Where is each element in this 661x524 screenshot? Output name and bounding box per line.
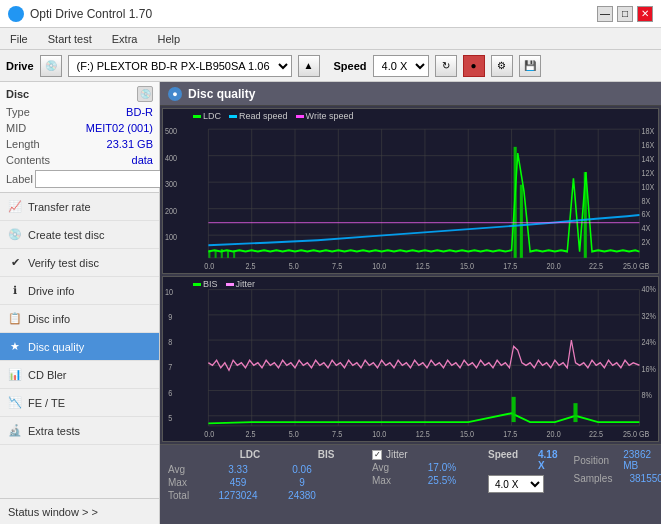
total-ldc: 1273024 xyxy=(208,490,268,501)
svg-rect-93 xyxy=(573,403,577,422)
content-area: ● Disc quality LDC Read speed xyxy=(160,82,661,524)
ldc-dot xyxy=(193,115,201,118)
nav-verify-test-disc[interactable]: ✔ Verify test disc xyxy=(0,249,159,277)
eject-button[interactable]: ▲ xyxy=(298,55,320,77)
svg-text:15.0: 15.0 xyxy=(460,430,474,440)
bis-dot xyxy=(193,283,201,286)
menu-help[interactable]: Help xyxy=(153,32,184,46)
stats-bar: LDC BIS Avg 3.33 0.06 Max 459 9 Total 12… xyxy=(160,444,661,524)
svg-text:17.5: 17.5 xyxy=(503,262,517,272)
speed-select[interactable]: 4.0 X xyxy=(373,55,429,77)
disc-length-label: Length xyxy=(6,136,40,152)
drive-select[interactable]: (F:) PLEXTOR BD-R PX-LB950SA 1.06 xyxy=(68,55,292,77)
speed-label: Speed xyxy=(334,60,367,72)
svg-text:5.0: 5.0 xyxy=(289,262,299,272)
svg-text:4X: 4X xyxy=(642,224,651,234)
svg-text:10.0: 10.0 xyxy=(372,262,386,272)
write-speed-dot xyxy=(296,115,304,118)
position-label: Position xyxy=(573,455,615,466)
chart-ldc: LDC Read speed Write speed xyxy=(162,108,659,274)
nav-disc-quality[interactable]: ★ Disc quality xyxy=(0,333,159,361)
sidebar: Disc 💿 Type BD-R MID MEIT02 (001) Length… xyxy=(0,82,160,524)
nav-verify-test-disc-label: Verify test disc xyxy=(28,257,99,269)
svg-rect-92 xyxy=(512,397,516,422)
disc-label: Disc xyxy=(6,88,29,100)
position-section: Position 23862 MB Samples 381550 xyxy=(565,445,661,524)
refresh-button[interactable]: ↻ xyxy=(435,55,457,77)
disc-mid-row: MID MEIT02 (001) xyxy=(6,120,153,136)
disc-length-row: Length 23.31 GB xyxy=(6,136,153,152)
svg-text:12X: 12X xyxy=(642,168,655,178)
close-button[interactable]: ✕ xyxy=(637,6,653,22)
nav-disc-info[interactable]: 📋 Disc info xyxy=(0,305,159,333)
nav-create-test-disc[interactable]: 💿 Create test disc xyxy=(0,221,159,249)
disc-length-value: 23.31 GB xyxy=(107,136,153,152)
menu-file[interactable]: File xyxy=(6,32,32,46)
extra-tests-icon: 🔬 xyxy=(8,424,22,438)
total-bis: 24380 xyxy=(272,490,332,501)
chart1-legend: LDC Read speed Write speed xyxy=(193,111,353,121)
window-controls: — □ ✕ xyxy=(597,6,653,22)
svg-text:8%: 8% xyxy=(642,390,652,400)
svg-text:300: 300 xyxy=(165,180,177,190)
minimize-button[interactable]: — xyxy=(597,6,613,22)
create-test-disc-icon: 💿 xyxy=(8,228,22,242)
svg-text:6: 6 xyxy=(168,388,172,398)
svg-text:14X: 14X xyxy=(642,154,655,164)
status-window-label: Status window > > xyxy=(8,506,98,518)
nav-disc-info-label: Disc info xyxy=(28,313,70,325)
speed-value: 4.18 X xyxy=(538,449,557,471)
drive-bar: Drive 💿 (F:) PLEXTOR BD-R PX-LB950SA 1.0… xyxy=(0,50,661,82)
maximize-button[interactable]: □ xyxy=(617,6,633,22)
svg-text:18X: 18X xyxy=(642,127,655,137)
legend-jitter: Jitter xyxy=(226,279,256,289)
save-button[interactable]: 💾 xyxy=(519,55,541,77)
legend-bis: BIS xyxy=(193,279,218,289)
menu-start-test[interactable]: Start test xyxy=(44,32,96,46)
read-speed-label: Read speed xyxy=(239,111,288,121)
menu-extra[interactable]: Extra xyxy=(108,32,142,46)
svg-text:7.5: 7.5 xyxy=(332,430,342,440)
avg-ldc: 3.33 xyxy=(208,464,268,475)
drive-icon-button[interactable]: 💿 xyxy=(40,55,62,77)
nav-drive-info[interactable]: ℹ Drive info xyxy=(0,277,159,305)
svg-text:5.0: 5.0 xyxy=(289,430,299,440)
scan-button[interactable]: ● xyxy=(463,55,485,77)
max-row: Max 459 9 xyxy=(168,477,356,488)
nav-fe-te[interactable]: 📉 FE / TE xyxy=(0,389,159,417)
ldc-label: LDC xyxy=(203,111,221,121)
speed-dropdown[interactable]: 4.0 X xyxy=(488,475,544,493)
disc-panel: Disc 💿 Type BD-R MID MEIT02 (001) Length… xyxy=(0,82,159,193)
settings-button[interactable]: ⚙ xyxy=(491,55,513,77)
status-window-item[interactable]: Status window > > xyxy=(0,498,159,524)
disc-label-text: Label xyxy=(6,173,33,185)
main-layout: Disc 💿 Type BD-R MID MEIT02 (001) Length… xyxy=(0,82,661,524)
svg-text:6X: 6X xyxy=(642,210,651,220)
nav-transfer-rate[interactable]: 📈 Transfer rate xyxy=(0,193,159,221)
svg-text:8X: 8X xyxy=(642,196,651,206)
disc-label-input[interactable] xyxy=(35,170,168,188)
max-label: Max xyxy=(168,477,204,488)
svg-text:40%: 40% xyxy=(642,284,656,294)
svg-text:24%: 24% xyxy=(642,337,656,347)
chart1-svg: 500 400 300 200 100 18X 16X 14X 12X 10X … xyxy=(163,109,658,273)
nav-extra-tests[interactable]: 🔬 Extra tests xyxy=(0,417,159,445)
svg-text:8: 8 xyxy=(168,337,172,347)
svg-text:100: 100 xyxy=(165,233,177,243)
jitter-checkbox[interactable]: ✓ xyxy=(372,450,382,460)
svg-text:20.0: 20.0 xyxy=(547,262,561,272)
disc-type-value: BD-R xyxy=(126,104,153,120)
charts-container: LDC Read speed Write speed xyxy=(160,106,661,444)
disc-contents-label: Contents xyxy=(6,152,50,168)
svg-text:17.5: 17.5 xyxy=(503,430,517,440)
svg-text:15.0: 15.0 xyxy=(460,262,474,272)
nav-cd-bler-label: CD Bler xyxy=(28,369,67,381)
svg-text:32%: 32% xyxy=(642,311,656,321)
legend-ldc: LDC xyxy=(193,111,221,121)
speed-header-row: Speed 4.18 X xyxy=(488,449,557,473)
svg-rect-49 xyxy=(520,185,523,258)
svg-text:2.5: 2.5 xyxy=(246,262,256,272)
nav-fe-te-label: FE / TE xyxy=(28,397,65,409)
nav-cd-bler[interactable]: 📊 CD Bler xyxy=(0,361,159,389)
svg-text:25.0 GB: 25.0 GB xyxy=(623,262,649,272)
